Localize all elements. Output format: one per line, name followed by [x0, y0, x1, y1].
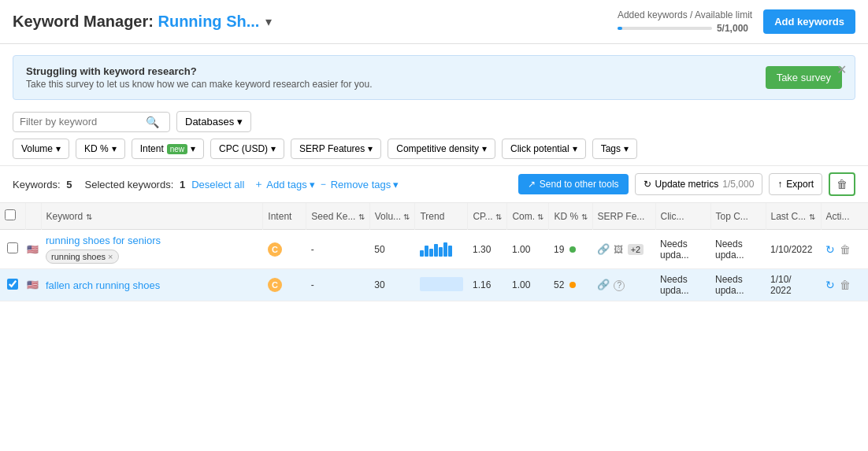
- delete-icon: 🗑: [836, 178, 848, 190]
- add-keywords-button[interactable]: Add keywords: [763, 9, 855, 34]
- cpc-filter-button[interactable]: CPC (USD) ▾: [210, 139, 284, 159]
- row2-keyword-cell: fallen arch running shoes: [41, 269, 263, 301]
- remove-tags-button[interactable]: － Remove tags ▾: [318, 177, 399, 191]
- kd-chevron-icon: ▾: [112, 143, 117, 154]
- row2-serp-cell: 🔗 ?: [592, 269, 655, 301]
- row1-image-icon: 🖼: [614, 244, 623, 255]
- col-com-header[interactable]: Com. ⇅: [507, 203, 549, 230]
- row2-checkbox[interactable]: [7, 279, 18, 290]
- kd-filter-button[interactable]: KD % ▾: [76, 139, 125, 159]
- col-volume-header[interactable]: Volu... ⇅: [369, 203, 415, 230]
- row1-tag-chip: running shoes ×: [46, 250, 119, 264]
- row2-kd-cell: 52: [549, 269, 592, 301]
- col-kd-header[interactable]: KD % ⇅: [549, 203, 592, 230]
- master-checkbox[interactable]: [5, 209, 16, 220]
- keywords-table: Keyword ⇅ Intent Seed Ke... ⇅ Volu... ⇅ …: [0, 203, 868, 301]
- row1-delete-icon[interactable]: 🗑: [840, 243, 851, 256]
- row1-volume-cell: 50: [369, 230, 415, 269]
- col-keyword-header[interactable]: Keyword ⇅: [41, 203, 263, 230]
- col-last-header[interactable]: Last C... ⇅: [766, 203, 821, 230]
- databases-button[interactable]: Databases ▾: [176, 111, 251, 132]
- col-clic-header[interactable]: Clic...: [655, 203, 710, 230]
- filters-area: 🔍 Databases ▾ Volume ▾ KD % ▾ Intent new…: [0, 111, 868, 159]
- col-cp-header[interactable]: CP... ⇅: [468, 203, 507, 230]
- tags-filter-button[interactable]: Tags ▾: [592, 139, 637, 159]
- survey-banner: Struggling with keyword research? Take t…: [13, 55, 855, 100]
- limit-bar-fill: [618, 27, 622, 30]
- row2-flag: 🇺🇸: [27, 279, 39, 290]
- tag-remove-icon[interactable]: ×: [108, 252, 113, 261]
- row2-top-cell: Needs upda...: [710, 269, 766, 301]
- keyword-sort-icon: ⇅: [86, 213, 92, 221]
- header-right: Added keywords / Available limit 5/1,000…: [618, 9, 855, 34]
- table-header-row: Keyword ⇅ Intent Seed Ke... ⇅ Volu... ⇅ …: [0, 203, 868, 230]
- cp-sort-icon: ⇅: [495, 213, 502, 221]
- row1-trend-cell: [415, 230, 468, 269]
- row2-keyword-link[interactable]: fallen arch running shoes: [46, 279, 258, 291]
- title-dropdown-icon[interactable]: ▾: [265, 14, 272, 29]
- row2-trend-highlight: [420, 277, 463, 291]
- serp-filter-button[interactable]: SERP Features ▾: [291, 139, 381, 159]
- serp-chevron-icon: ▾: [368, 143, 373, 154]
- row1-intent-badge: C: [268, 242, 282, 257]
- table-row: 🇺🇸 fallen arch running shoes C - 30 1.16…: [0, 269, 868, 301]
- close-banner-button[interactable]: ✕: [836, 62, 847, 77]
- filter-row-1: 🔍 Databases ▾: [13, 111, 855, 132]
- update-metrics-button[interactable]: ↻ Update metrics 1/5,000: [635, 173, 763, 195]
- row1-link-icon: 🔗: [597, 243, 610, 255]
- export-button[interactable]: ↑ Export: [769, 173, 822, 195]
- remove-tags-icon: －: [318, 177, 328, 191]
- limit-info: Added keywords / Available limit 5/1,000: [618, 9, 752, 34]
- row1-flag: 🇺🇸: [27, 244, 39, 255]
- add-tags-button[interactable]: ＋ Add tags ▾: [254, 177, 314, 191]
- row1-keyword-cell: running shoes for seniors running shoes …: [41, 230, 263, 269]
- col-intent-header[interactable]: Intent: [263, 203, 306, 230]
- row2-flag-cell: 🇺🇸: [25, 269, 41, 301]
- col-seed-header[interactable]: Seed Ke... ⇅: [306, 203, 369, 230]
- header: Keyword Manager: Running Sh... ▾ Added k…: [0, 0, 868, 44]
- col-actions-header: Acti...: [821, 203, 868, 230]
- row2-intent-cell: C: [263, 269, 306, 301]
- cpc-chevron-icon: ▾: [271, 143, 276, 154]
- col-flag-header: [25, 203, 41, 230]
- row2-last-cell: 1/10/2022: [766, 269, 821, 301]
- take-survey-button[interactable]: Take survey: [766, 66, 842, 89]
- col-checkbox-header[interactable]: [0, 203, 25, 230]
- row1-checkbox[interactable]: [7, 242, 18, 253]
- toolbar-right: ↗ Send to other tools ↻ Update metrics 1…: [518, 172, 855, 196]
- intent-filter-button[interactable]: Intent new ▾: [132, 139, 204, 159]
- row1-intent-cell: C: [263, 230, 306, 269]
- col-top-header[interactable]: Top C...: [710, 203, 766, 230]
- row2-refresh-icon[interactable]: ↻: [825, 279, 835, 291]
- deselect-all-link[interactable]: Deselect all: [191, 179, 244, 190]
- row2-checkbox-cell[interactable]: [0, 269, 25, 301]
- click-potential-chevron-icon: ▾: [573, 143, 577, 154]
- row1-top-cell: Needs upda...: [710, 230, 766, 269]
- row2-trend-cell: [415, 269, 468, 301]
- row1-actions-cell: ↻ 🗑: [821, 230, 868, 269]
- volume-filter-button[interactable]: Volume ▾: [13, 139, 69, 159]
- send-to-tools-button[interactable]: ↗ Send to other tools: [518, 174, 629, 194]
- row2-delete-icon[interactable]: 🗑: [840, 279, 851, 291]
- col-serp-header[interactable]: SERP Fe...: [592, 203, 655, 230]
- remove-tags-chevron-icon: ▾: [393, 179, 399, 190]
- comp-density-filter-button[interactable]: Competitive density ▾: [388, 139, 495, 159]
- survey-text: Struggling with keyword research? Take t…: [26, 65, 750, 90]
- row1-kd-dot: [569, 246, 576, 253]
- row2-question-icon: ?: [614, 280, 625, 291]
- row1-refresh-icon[interactable]: ↻: [825, 243, 835, 256]
- row1-keyword-link[interactable]: running shoes for seniors: [46, 235, 258, 246]
- click-potential-filter-button[interactable]: Click potential ▾: [502, 139, 586, 159]
- col-trend-header[interactable]: Trend: [415, 203, 468, 230]
- comp-density-chevron-icon: ▾: [482, 143, 487, 154]
- row2-actions-cell: ↻ 🗑: [821, 269, 868, 301]
- search-input[interactable]: [20, 116, 146, 128]
- row1-flag-cell: 🇺🇸: [25, 230, 41, 269]
- row1-seed-cell: -: [306, 230, 369, 269]
- row1-checkbox-cell[interactable]: [0, 230, 25, 269]
- row1-trend-sparkline: [420, 242, 463, 257]
- filter-row-2: Volume ▾ KD % ▾ Intent new ▾ CPC (USD) ▾…: [13, 139, 855, 159]
- row2-seed-cell: -: [306, 269, 369, 301]
- delete-selected-button[interactable]: 🗑: [829, 172, 855, 196]
- row2-kd-dot: [569, 282, 576, 288]
